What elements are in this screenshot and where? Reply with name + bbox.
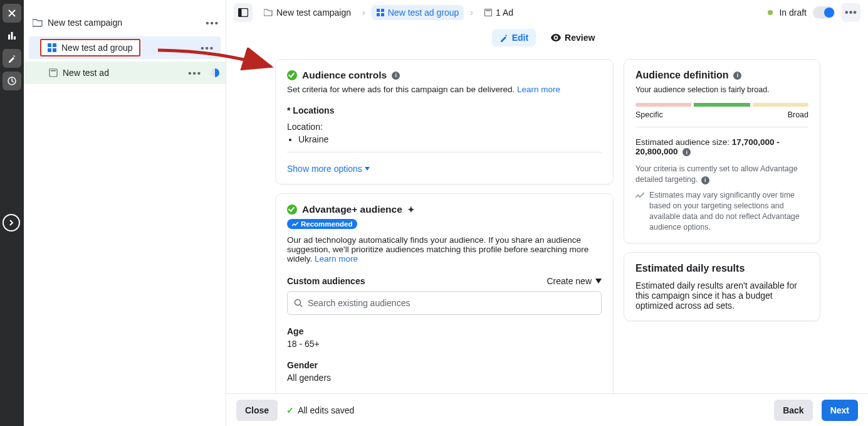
svg-point-15: [555, 36, 557, 39]
info-icon[interactable]: i: [682, 148, 691, 156]
mode-tabs: Edit Review: [226, 25, 868, 50]
tree-item-adgroup[interactable]: New test ad group •••: [29, 36, 221, 59]
create-new-button[interactable]: Create new: [546, 276, 602, 286]
svg-rect-5: [50, 69, 57, 77]
search-audiences-input[interactable]: [287, 291, 602, 315]
divider: [635, 127, 808, 127]
tree-item-ad[interactable]: New test ad •••: [24, 61, 226, 84]
trend-icon: [635, 191, 644, 233]
breadcrumb-adgroup-label: New test ad group: [388, 8, 459, 18]
sparkle-icon: ✦: [407, 205, 415, 215]
page-icon: [484, 9, 492, 16]
svg-rect-12: [381, 13, 384, 16]
options-icon[interactable]: •••: [206, 18, 219, 28]
breadcrumb-campaign-label: New test campaign: [276, 8, 351, 18]
learn-more-link[interactable]: Learn more: [315, 254, 358, 264]
location-label: Location:: [287, 122, 602, 132]
chevron-right-icon: ›: [470, 8, 473, 18]
show-more-options-link[interactable]: Show more options: [287, 164, 370, 174]
show-more-label: Show more options: [287, 164, 362, 174]
svg-rect-11: [377, 13, 380, 16]
tree-campaign-label: New test campaign: [48, 18, 122, 28]
audience-definition-title: Audience definition: [635, 70, 728, 81]
next-button[interactable]: Next: [822, 400, 858, 421]
folder-icon: [264, 9, 273, 16]
panel-toggle-icon[interactable]: [234, 3, 253, 22]
estimate-disclaimer: Estimates may vary significantly over ti…: [649, 190, 808, 233]
publish-toggle[interactable]: [813, 6, 835, 19]
save-status-label: All edits saved: [298, 405, 354, 415]
info-icon[interactable]: i: [701, 176, 709, 184]
tab-edit-label: Edit: [512, 33, 528, 43]
recommended-label: Recommended: [301, 220, 352, 228]
caret-down-icon: [595, 279, 602, 284]
search-icon: [294, 299, 303, 307]
main-panel: New test campaign › New test ad group › …: [226, 0, 868, 426]
daily-results-title: Estimated daily results: [635, 263, 808, 274]
locations-label: * Locations: [287, 105, 602, 115]
learn-more-link[interactable]: Learn more: [517, 85, 560, 94]
close-button[interactable]: Close: [236, 400, 278, 421]
save-status: ✓ All edits saved: [286, 405, 354, 415]
search-audiences-field[interactable]: [308, 298, 595, 308]
trend-icon: [292, 221, 298, 227]
back-button[interactable]: Back: [774, 400, 812, 421]
est-size-label: Estimated audience size:: [635, 137, 729, 147]
folder-icon: [33, 18, 43, 27]
tree-ad-label: New test ad: [63, 68, 109, 78]
tree-adgroup-label: New test ad group: [61, 43, 133, 53]
audience-definition-card: Audience definition i Your audience sele…: [624, 59, 820, 243]
clock-icon[interactable]: [3, 72, 21, 90]
gauge-broad-label: Broad: [788, 110, 808, 119]
breadcrumb-ad[interactable]: 1 Ad: [479, 5, 518, 20]
audience-controls-title: Audience controls: [302, 70, 387, 81]
tab-edit[interactable]: Edit: [492, 29, 536, 46]
top-bar: New test campaign › New test ad group › …: [226, 0, 868, 25]
footer-bar: Close ✓ All edits saved Back Next: [226, 393, 868, 426]
breadcrumb-adgroup[interactable]: New test ad group: [372, 5, 464, 20]
chart-bar-icon[interactable]: [3, 26, 21, 45]
options-icon[interactable]: •••: [188, 68, 202, 78]
audience-gauge: [635, 103, 808, 107]
svg-rect-4: [53, 48, 56, 52]
advantage-audience-card: Advantage+ audience ✦ Recommended Our ad…: [275, 193, 614, 410]
tab-review-label: Review: [565, 33, 595, 43]
eye-icon: [551, 34, 561, 41]
svg-rect-2: [53, 43, 56, 47]
campaign-tree: New test campaign ••• New test ad group …: [24, 0, 226, 426]
svg-rect-14: [486, 10, 491, 11]
age-label: Age: [287, 326, 602, 336]
expand-rail-icon[interactable]: [3, 214, 20, 232]
tab-review[interactable]: Review: [543, 29, 602, 46]
check-icon: ✓: [286, 405, 294, 415]
draft-status: In draft: [779, 8, 807, 18]
more-options-button[interactable]: •••: [842, 3, 860, 22]
tree-item-campaign[interactable]: New test campaign •••: [24, 11, 226, 34]
check-circle-icon: [287, 70, 297, 80]
global-nav-rail: [0, 0, 24, 426]
recommended-badge: Recommended: [287, 219, 357, 229]
svg-rect-9: [377, 9, 380, 12]
svg-rect-1: [48, 43, 51, 47]
breadcrumb-ad-label: 1 Ad: [496, 8, 513, 18]
svg-rect-8: [239, 9, 242, 17]
check-circle-icon: [287, 205, 297, 215]
breadcrumb-campaign[interactable]: New test campaign: [259, 5, 356, 20]
info-icon[interactable]: i: [733, 72, 741, 80]
audience-controls-desc: Set criteria for where ads for this camp…: [287, 85, 517, 94]
daily-results-body: Estimated daily results aren't available…: [635, 280, 808, 311]
status-dot-icon: [768, 10, 773, 15]
gender-label: Gender: [287, 360, 602, 370]
gauge-specific-label: Specific: [635, 110, 663, 119]
create-new-label: Create new: [546, 276, 592, 286]
info-icon[interactable]: i: [392, 72, 400, 80]
gender-value: All genders: [287, 373, 602, 383]
progress-indicator-icon: [211, 68, 219, 77]
svg-rect-10: [381, 9, 384, 12]
svg-point-16: [295, 300, 301, 306]
audience-controls-card: Audience controls i Set criteria for whe…: [275, 59, 614, 184]
pencil-icon[interactable]: [3, 49, 21, 68]
close-icon[interactable]: [3, 4, 21, 23]
options-icon[interactable]: •••: [201, 43, 214, 53]
grid-icon: [377, 9, 384, 16]
